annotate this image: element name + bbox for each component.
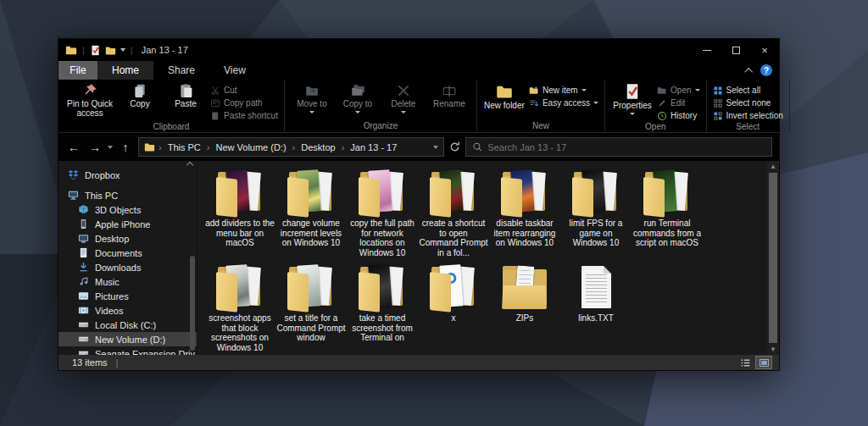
file-item-change-volume-increment-levels-on-windows-10[interactable]: change volume increment levels on Window… [275, 168, 347, 257]
details-view-icon [740, 357, 751, 368]
sidebar-item-desktop[interactable]: Desktop [58, 231, 197, 246]
select-all-button[interactable]: Select all [713, 84, 783, 97]
file-item-set-a-title-for-a-command-prompt-window[interactable]: set a title for a Command Prompt window [275, 263, 347, 352]
minimize-button[interactable] [693, 39, 721, 61]
ribbon-group-organize: Move to Copy to Delete Rename O [285, 80, 477, 132]
paste-shortcut-button[interactable]: Paste shortcut [210, 109, 278, 122]
properties-button[interactable]: Properties [611, 82, 654, 115]
move-to-button[interactable]: Move to [291, 82, 333, 113]
breadcrumb-segment-this-pc[interactable]: This PC [168, 142, 201, 152]
file-item-disable-taskbar-item-rearranging-on-windows-10[interactable]: disable taskbar item rearranging on Wind… [489, 168, 560, 257]
maximize-button[interactable] [721, 39, 750, 61]
file-item-x[interactable]: x [418, 263, 489, 352]
rename-button[interactable]: Rename [428, 82, 470, 109]
thumbnail-view-button[interactable] [755, 356, 772, 369]
item-count: 13 items [72, 357, 108, 368]
sidebar-scrollbar[interactable] [190, 256, 195, 351]
sidebar-item-new-volume-d[interactable]: New Volume (D:) [58, 332, 197, 346]
sidebar-item-label: Apple iPhone [95, 219, 150, 230]
search-box[interactable] [465, 137, 772, 157]
dropdown-arrow-icon [355, 111, 360, 113]
invert-selection-button[interactable]: Invert selection [713, 109, 783, 122]
pin-to-quick-access-button[interactable]: Pin to Quick access [64, 82, 115, 118]
file-item-label: run Terminal commands from a script on m… [632, 219, 702, 248]
up-button[interactable]: ↑ [117, 141, 134, 154]
breadcrumb-segment-jan-13-17[interactable]: Jan 13 - 17 [350, 142, 397, 152]
easy-access-button[interactable]: Easy access [529, 97, 598, 109]
edit-button[interactable]: Edit [657, 97, 699, 109]
tab-home[interactable]: Home [97, 61, 153, 80]
sidebar-item-videos[interactable]: Videos [58, 303, 197, 318]
tab-view[interactable]: View [209, 61, 260, 80]
sidebar-item-apple-iphone[interactable]: Apple iPhone [58, 217, 197, 231]
file-item-label: x [452, 313, 456, 324]
history-button[interactable]: History [657, 109, 699, 122]
breadcrumb-segment-desktop[interactable]: Desktop [301, 142, 335, 152]
properties-icon[interactable] [90, 45, 101, 56]
scroll-down-icon[interactable]: ▼ [770, 344, 776, 355]
file-item-add-dividers-to-the-menu-bar-on-macos[interactable]: add dividers to the menu bar on macOS [204, 168, 275, 257]
folder-plain-icon [499, 263, 550, 312]
copy-to-button[interactable]: Copy to [337, 82, 379, 113]
file-item-label: add dividers to the menu bar on macOS [205, 219, 275, 248]
sidebar-item-label: Seagate Expansion Driv [95, 349, 195, 356]
titlebar[interactable]: | | Jan 13 - 17 × [58, 39, 779, 61]
new-folder-icon[interactable] [105, 45, 116, 56]
scrollbar-thumb[interactable] [769, 173, 777, 343]
group-label-organize: Organize [285, 121, 476, 132]
forward-button[interactable]: → [86, 141, 103, 154]
sidebar-item-pictures[interactable]: Pictures [58, 289, 197, 303]
file-item-limit-fps-for-a-game-on-windows-10[interactable]: limit FPS for a game on Windows 10 [560, 168, 632, 257]
address-dropdown-arrow-icon[interactable] [433, 146, 438, 149]
help-icon[interactable]: ? [760, 64, 772, 76]
sidebar-item-documents[interactable]: Documents [58, 246, 197, 260]
group-label-open: Open [605, 122, 705, 133]
sidebar-item-label: Desktop [95, 234, 129, 244]
breadcrumb-separator-icon: › [207, 142, 210, 152]
paste-button[interactable]: Paste [164, 82, 207, 109]
content-scrollbar[interactable]: ▲ ▼ [767, 161, 779, 355]
tab-share[interactable]: Share [153, 61, 209, 80]
file-item-screenshot-apps-that-block-screenshots-on-windows-10[interactable]: screenshot apps that block screenshots o… [204, 263, 275, 352]
sidebar-item-dropbox[interactable]: Dropbox [58, 168, 197, 182]
download-icon [78, 262, 89, 273]
sidebar-item-3d-objects[interactable]: 3D Objects [58, 202, 197, 217]
delete-button[interactable]: Delete [382, 82, 425, 113]
tab-file[interactable]: File [58, 61, 97, 80]
minimize-ribbon-icon[interactable] [744, 67, 753, 75]
copy-path-button[interactable]: Copy path [210, 97, 278, 109]
new-folder-button[interactable]: New folder [483, 82, 526, 111]
file-item-zips[interactable]: ZIPs [489, 263, 560, 352]
dropdown-arrow-icon [309, 111, 314, 113]
copy-button[interactable]: Copy [119, 82, 161, 109]
sidebar-item-this-pc[interactable]: This PC [58, 188, 197, 202]
sidebar-item-music[interactable]: Music [58, 274, 197, 289]
sidebar-item-local-disk-c[interactable]: Local Disk (C:) [58, 318, 197, 332]
sidebar-item-seagate-expansion-driv[interactable]: Seagate Expansion Driv [58, 346, 197, 355]
select-none-button[interactable]: Select none [713, 97, 783, 109]
recent-locations-arrow-icon[interactable] [108, 146, 113, 149]
file-item-links-txt[interactable]: links.TXT [560, 263, 632, 352]
close-button[interactable]: × [750, 39, 779, 61]
open-icon [657, 86, 667, 96]
sidebar-item-downloads[interactable]: Downloads [58, 260, 197, 274]
breadcrumb-segment-new-volume-d[interactable]: New Volume (D:) [215, 142, 286, 152]
file-item-take-a-timed-screenshot-from-terminal-on[interactable]: take a timed screenshot from Terminal on [347, 263, 418, 352]
new-item-button[interactable]: New item [529, 84, 598, 97]
file-item-run-terminal-commands-from-a-script-on-macos[interactable]: run Terminal commands from a script on m… [632, 168, 703, 257]
file-list-area[interactable]: add dividers to the menu bar on macOScha… [198, 161, 779, 355]
details-view-button[interactable] [737, 356, 754, 369]
customize-toolbar-arrow-icon[interactable] [120, 48, 125, 52]
invert-selection-icon [713, 111, 723, 121]
search-input[interactable] [487, 142, 765, 152]
address-bar[interactable]: ›This PC›New Volume (D:)›Desktop›Jan 13 … [138, 137, 444, 157]
open-button[interactable]: Open [657, 84, 699, 97]
file-item-create-a-shortcut-to-open-command-prompt-in-a-fol[interactable]: create a shortcut to open Command Prompt… [418, 168, 489, 257]
refresh-icon[interactable] [448, 141, 461, 153]
sidebar-item-label: New Volume (D:) [95, 335, 165, 345]
cut-button[interactable]: Cut [210, 84, 278, 97]
file-item-copy-the-full-path-for-network-locations-on-windows-10[interactable]: copy the full path for network locations… [347, 168, 418, 257]
folder-preview-icon [357, 263, 408, 312]
scroll-up-icon[interactable]: ▲ [770, 161, 776, 172]
back-button[interactable]: ← [65, 141, 82, 154]
